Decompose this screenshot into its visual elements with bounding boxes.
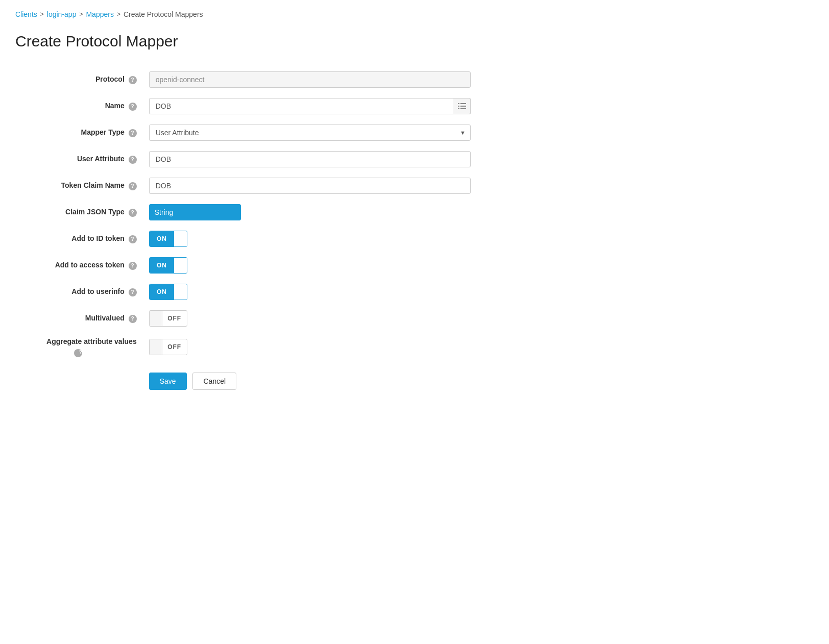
- token-claim-name-input[interactable]: [149, 178, 471, 194]
- aggregate-label: Aggregate attribute values ?: [15, 332, 145, 362]
- protocol-help-icon[interactable]: ?: [129, 76, 137, 84]
- token-claim-name-help-icon[interactable]: ?: [129, 182, 137, 190]
- add-to-access-token-knob: [174, 258, 186, 273]
- svg-rect-2: [458, 106, 459, 107]
- cancel-button[interactable]: Cancel: [192, 373, 236, 390]
- protocol-input: [149, 71, 471, 88]
- list-icon: [458, 103, 466, 110]
- mapper-type-field-cell: User Attribute Hardcoded claim User Prop…: [145, 119, 475, 146]
- claim-json-type-row: Claim JSON Type ? String long int boolea…: [15, 199, 475, 226]
- multivalued-field-cell: OFF: [145, 305, 475, 332]
- aggregate-knob: [150, 339, 162, 355]
- add-to-userinfo-on-label: ON: [150, 284, 175, 300]
- add-to-id-token-on-label: ON: [150, 231, 175, 246]
- buttons-cell: Save Cancel: [145, 362, 475, 395]
- svg-rect-1: [460, 103, 466, 104]
- breadcrumb-mappers[interactable]: Mappers: [86, 10, 113, 18]
- add-to-access-token-toggle[interactable]: ON: [149, 257, 187, 274]
- claim-json-type-field-cell: String long int boolean JSON: [145, 199, 475, 226]
- page-title: Create Protocol Mapper: [15, 33, 814, 50]
- token-claim-name-row: Token Claim Name ?: [15, 172, 475, 199]
- add-to-userinfo-row: Add to userinfo ? ON: [15, 279, 475, 305]
- add-to-userinfo-help-icon[interactable]: ?: [129, 288, 137, 296]
- add-to-access-token-row: Add to access token ? ON: [15, 252, 475, 279]
- add-to-id-token-row: Add to ID token ? ON: [15, 226, 475, 252]
- multivalued-toggle[interactable]: OFF: [149, 310, 187, 327]
- breadcrumb-sep-3: >: [117, 11, 120, 18]
- add-to-access-token-help-icon[interactable]: ?: [129, 262, 137, 270]
- breadcrumb-clients[interactable]: Clients: [15, 10, 37, 18]
- name-field-cell: [145, 93, 475, 119]
- svg-rect-5: [460, 108, 466, 109]
- claim-json-type-help-icon[interactable]: ?: [129, 209, 137, 217]
- add-to-access-token-on-label: ON: [150, 258, 175, 273]
- add-to-id-token-field-cell: ON: [145, 226, 475, 252]
- add-to-access-token-field-cell: ON: [145, 252, 475, 279]
- user-attribute-field-cell: [145, 146, 475, 172]
- mapper-type-select[interactable]: User Attribute Hardcoded claim User Prop…: [149, 125, 471, 141]
- create-protocol-mapper-form: Protocol ? Name ?: [15, 66, 475, 395]
- name-label: Name ?: [15, 93, 145, 119]
- name-input[interactable]: [149, 98, 471, 114]
- breadcrumb-login-app[interactable]: login-app: [47, 10, 77, 18]
- add-to-id-token-help-icon[interactable]: ?: [129, 235, 137, 243]
- breadcrumb-sep-1: >: [40, 11, 44, 18]
- aggregate-help-icon[interactable]: ?: [74, 349, 82, 357]
- name-help-icon[interactable]: ?: [129, 103, 137, 111]
- buttons-label-spacer: [15, 362, 145, 395]
- multivalued-row: Multivalued ? OFF: [15, 305, 475, 332]
- protocol-field-cell: [145, 66, 475, 93]
- add-to-id-token-label: Add to ID token ?: [15, 226, 145, 252]
- mapper-type-select-wrapper: User Attribute Hardcoded claim User Prop…: [149, 125, 471, 141]
- user-attribute-row: User Attribute ?: [15, 146, 475, 172]
- aggregate-row: Aggregate attribute values ? OFF: [15, 332, 475, 362]
- multivalued-label: Multivalued ?: [15, 305, 145, 332]
- protocol-label: Protocol ?: [15, 66, 145, 93]
- multivalued-off-label: OFF: [162, 315, 187, 322]
- add-to-id-token-toggle[interactable]: ON: [149, 231, 187, 247]
- add-to-userinfo-toggle[interactable]: ON: [149, 284, 187, 300]
- claim-json-type-select[interactable]: String long int boolean JSON: [149, 204, 241, 220]
- token-claim-name-field-cell: [145, 172, 475, 199]
- add-to-userinfo-knob: [174, 284, 186, 300]
- aggregate-off-label: OFF: [162, 343, 187, 351]
- user-attribute-input[interactable]: [149, 151, 471, 167]
- mapper-type-help-icon[interactable]: ?: [129, 129, 137, 137]
- breadcrumb-sep-2: >: [79, 11, 83, 18]
- mapper-type-row: Mapper Type ? User Attribute Hardcoded c…: [15, 119, 475, 146]
- add-to-id-token-knob: [174, 231, 186, 246]
- name-input-icon-button[interactable]: [453, 98, 471, 114]
- claim-json-type-label: Claim JSON Type ?: [15, 199, 145, 226]
- multivalued-knob: [150, 311, 162, 326]
- mapper-type-label: Mapper Type ?: [15, 119, 145, 146]
- add-to-userinfo-field-cell: ON: [145, 279, 475, 305]
- user-attribute-help-icon[interactable]: ?: [129, 156, 137, 164]
- svg-rect-4: [458, 108, 459, 109]
- buttons-row: Save Cancel: [15, 362, 475, 395]
- name-input-wrapper: [149, 98, 471, 114]
- protocol-row: Protocol ?: [15, 66, 475, 93]
- svg-rect-0: [458, 103, 459, 104]
- multivalued-help-icon[interactable]: ?: [129, 315, 137, 323]
- add-to-access-token-label: Add to access token ?: [15, 252, 145, 279]
- svg-rect-3: [460, 106, 466, 107]
- breadcrumb: Clients > login-app > Mappers > Create P…: [15, 10, 814, 18]
- add-to-userinfo-label: Add to userinfo ?: [15, 279, 145, 305]
- breadcrumb-current: Create Protocol Mappers: [124, 10, 203, 18]
- name-row: Name ?: [15, 93, 475, 119]
- save-button[interactable]: Save: [149, 373, 187, 390]
- token-claim-name-label: Token Claim Name ?: [15, 172, 145, 199]
- aggregate-field-cell: OFF: [145, 332, 475, 362]
- aggregate-toggle[interactable]: OFF: [149, 339, 187, 355]
- user-attribute-label: User Attribute ?: [15, 146, 145, 172]
